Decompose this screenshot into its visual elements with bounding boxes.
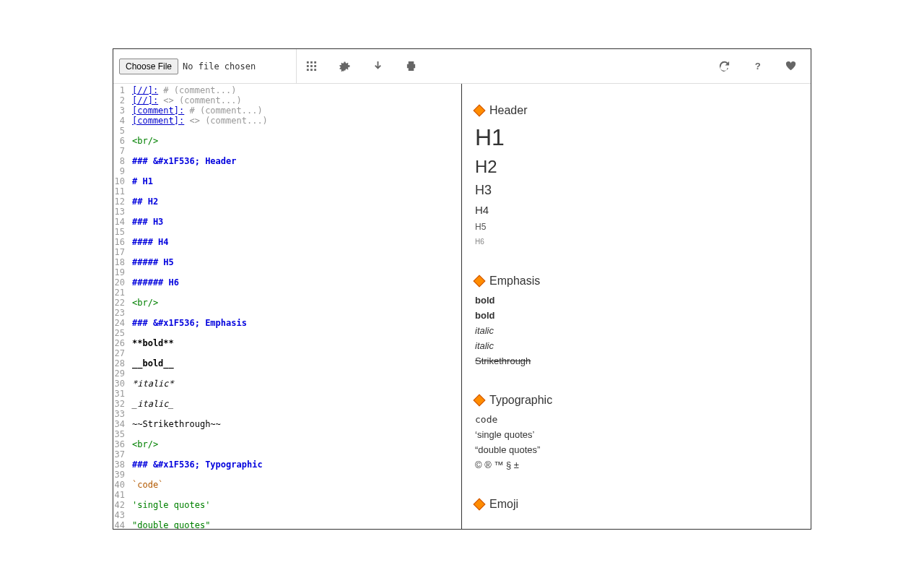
download-icon[interactable] (372, 61, 383, 72)
section-title: Emphasis (489, 275, 540, 288)
preview-pane[interactable]: Header H1 H2 H3 H4 H5 H6 Emphasis bold b… (462, 84, 811, 529)
preview-symbols: © ® ™ § ± (475, 460, 798, 470)
svg-rect-7 (310, 69, 313, 71)
svg-rect-4 (310, 65, 313, 67)
section-title: Header (489, 104, 527, 117)
preview-h4: H4 (475, 204, 798, 216)
line-gutter: 1234567891011121314151617181920212223242… (113, 84, 129, 529)
svg-rect-1 (310, 61, 313, 64)
preview-section-emphasis: Emphasis (475, 275, 798, 288)
preview-italic: italic (475, 325, 798, 336)
editor-pane: 1234567891011121314151617181920212223242… (113, 84, 462, 529)
svg-rect-3 (306, 65, 308, 67)
preview-italic: italic (475, 340, 798, 351)
file-input-section: Choose File No file chosen (119, 49, 297, 83)
heart-icon[interactable] (785, 61, 796, 72)
preview-h5: H5 (475, 222, 798, 232)
print-icon[interactable] (405, 61, 417, 72)
preview-strike: Strikethrough (475, 355, 798, 366)
diamond-icon (474, 394, 486, 407)
toolbar: Choose File No file chosen ? (113, 49, 811, 84)
help-icon[interactable]: ? (751, 61, 763, 72)
preview-h3: H3 (475, 183, 798, 198)
diamond-icon (474, 499, 486, 511)
preview-bold: bold (475, 310, 798, 321)
toolbar-left-icons (297, 61, 417, 72)
no-file-label: No file chosen (183, 61, 256, 72)
preview-h6: H6 (475, 238, 798, 246)
apps-grid-icon[interactable] (305, 61, 317, 72)
toolbar-right-icons: ? (718, 61, 805, 72)
diamond-icon (474, 275, 486, 288)
preview-single-quotes: ‘single quotes’ (475, 429, 798, 440)
preview-double-quotes: “double quotes” (475, 444, 798, 455)
svg-rect-0 (306, 61, 308, 64)
svg-rect-6 (306, 69, 308, 71)
preview-section-emoji: Emoji (475, 498, 798, 511)
preview-section-typographic: Typographic (475, 394, 798, 407)
svg-rect-2 (314, 61, 316, 64)
section-title: Emoji (489, 498, 518, 511)
preview-section-header: Header (475, 104, 798, 117)
svg-text:?: ? (754, 61, 760, 72)
preview-h2: H2 (475, 157, 798, 177)
gear-icon[interactable] (339, 61, 350, 72)
editor-scroll[interactable]: 1234567891011121314151617181920212223242… (113, 84, 461, 529)
choose-file-button[interactable]: Choose File (119, 59, 178, 74)
svg-rect-8 (314, 69, 316, 71)
preview-h1: H1 (475, 124, 798, 151)
main-panes: 1234567891011121314151617181920212223242… (113, 84, 811, 529)
app-window: Choose File No file chosen ? (113, 48, 811, 530)
diamond-icon (474, 105, 486, 117)
section-title: Typographic (489, 394, 552, 407)
svg-rect-5 (314, 65, 316, 67)
preview-code: code (475, 414, 798, 425)
preview-bold: bold (475, 295, 798, 306)
refresh-icon[interactable] (718, 61, 730, 72)
code-editor[interactable]: [//]: # (comment...)[//]: <> (comment...… (129, 84, 461, 529)
